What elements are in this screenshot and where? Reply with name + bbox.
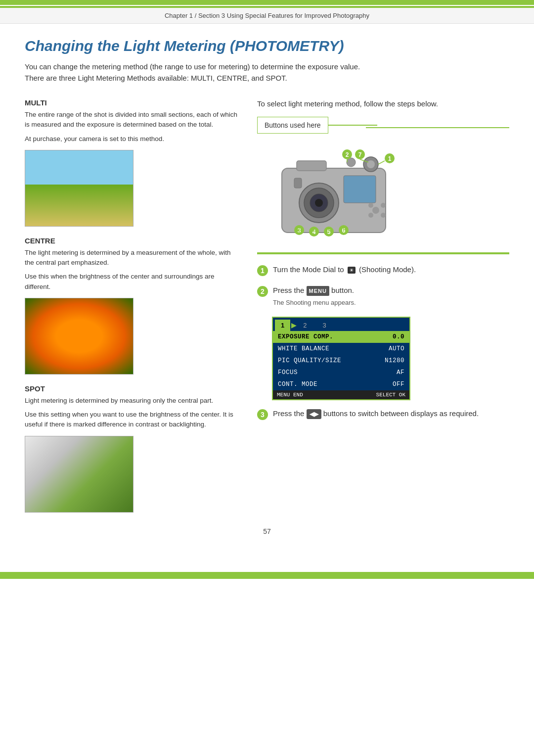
svg-line-32: [378, 161, 385, 164]
bottom-green-bar: [0, 574, 534, 579]
svg-point-13: [367, 160, 375, 168]
buttons-used-container: Buttons used here: [257, 117, 509, 139]
lr-arrow-buttons: ◀▶: [307, 409, 321, 419]
menu-row-pic: PIC QUALITY/SIZE N1280: [273, 355, 409, 367]
step-3: 3 Press the ◀▶ buttons to switch between…: [257, 408, 509, 420]
multi-photo: [25, 150, 134, 227]
left-column: MULTI The entire range of the shot is di…: [25, 98, 237, 522]
menu-tab-arrow: ▶: [290, 320, 297, 331]
menu-rows: EXPOSURE COMP. 0.0 WHITE BALANCE AUTO PI…: [273, 331, 409, 390]
step-2-number: 2: [257, 286, 268, 297]
two-column-layout: MULTI The entire range of the shot is di…: [25, 98, 509, 522]
menu-tab-spacer: [312, 320, 316, 331]
centre-text1: The light metering is determined by a me…: [25, 248, 237, 268]
shooting-mode-icon: ☀: [348, 267, 356, 274]
menu-row-cont: CONT. MODE OFF: [273, 378, 409, 390]
landscape-image: [25, 150, 133, 226]
multi-text1: The entire range of the shot is divided …: [25, 110, 237, 130]
breadcrumb: Chapter 1 / Section 3 Using Special Feat…: [0, 8, 534, 24]
multi-text2: At purchase, your camera is set to this …: [25, 134, 237, 144]
svg-point-7: [372, 207, 379, 214]
spot-title: SPOT: [25, 384, 237, 393]
main-content: Changing the Light Metering (PHOTOMETRY)…: [0, 24, 534, 570]
svg-rect-1: [297, 161, 326, 171]
svg-point-5: [315, 199, 323, 207]
green-line: [366, 127, 509, 128]
step-2-text: Press the MENU button. The Shooting menu…: [273, 285, 356, 308]
menu-row-value-wb: AUTO: [389, 345, 404, 352]
camera-diagram: 2 7 1 3 4 5: [267, 143, 405, 242]
menu-row-exposure: EXPOSURE COMP. 0.0: [273, 331, 409, 343]
buttons-used-box: Buttons used here: [257, 117, 328, 134]
steps-intro: To select light metering method, follow …: [257, 98, 509, 110]
svg-point-8: [381, 203, 386, 208]
step-3-text: Press the ◀▶ buttons to switch between d…: [273, 408, 479, 420]
svg-point-10: [368, 203, 373, 208]
buttons-used-label: Buttons used here: [265, 121, 321, 129]
menu-row-value-pic: N1280: [385, 357, 404, 364]
multi-title: MULTI: [25, 98, 237, 107]
spot-text2: Use this setting when you want to use th…: [25, 410, 237, 430]
step-1-text: Turn the Mode Dial to ☀ (Shooting Mode).: [273, 264, 416, 276]
step-3-number: 3: [257, 409, 268, 420]
centre-photo: [25, 298, 134, 375]
spot-section: SPOT Light metering is determined by mea…: [25, 384, 237, 513]
svg-point-9: [381, 213, 386, 218]
menu-row-focus: FOCUS AF: [273, 367, 409, 378]
step-1-number: 1: [257, 265, 268, 276]
menu-tabs: 1 ▶ 2 3: [273, 318, 409, 331]
top-green-bar: [0, 0, 534, 5]
camera-svg: 2 7 1 3 4 5: [267, 143, 405, 242]
page-title: Changing the Light Metering (PHOTOMETRY): [25, 38, 509, 54]
menu-tab-1[interactable]: 1: [275, 320, 290, 331]
menu-row-value-exposure: 0.0: [393, 333, 404, 340]
multi-section: MULTI The entire range of the shot is di…: [25, 98, 237, 227]
flower-image: [25, 298, 133, 374]
spot-photo: [25, 436, 134, 513]
menu-footer-right: SELECT OK: [376, 392, 405, 398]
step-2-sub: The Shooting menu appears.: [273, 298, 356, 308]
camera-menu-screenshot: 1 ▶ 2 3 EXPOSURE COMP. 0.0 WHITE BALANCE…: [272, 317, 410, 400]
menu-row-label-focus: FOCUS: [278, 369, 298, 376]
centre-section: CENTRE The light metering is determined …: [25, 236, 237, 375]
menu-row-value-cont: OFF: [393, 381, 404, 388]
menu-footer: MENU END SELECT OK: [273, 390, 409, 399]
svg-rect-15: [294, 178, 302, 188]
svg-rect-6: [344, 176, 376, 203]
step-2: 2 Press the MENU button. The Shooting me…: [257, 285, 509, 308]
menu-row-label-cont: CONT. MODE: [278, 381, 317, 388]
svg-text:1: 1: [388, 155, 392, 162]
menu-row-wb: WHITE BALANCE AUTO: [273, 343, 409, 355]
menu-footer-left: MENU END: [277, 392, 303, 398]
menu-row-label-exposure: EXPOSURE COMP.: [278, 333, 333, 340]
menu-row-label-pic: PIC QUALITY/SIZE: [278, 357, 341, 364]
menu-button-label: MENU: [307, 286, 329, 296]
menu-row-label-wb: WHITE BALANCE: [278, 345, 329, 352]
step-1: 1 Turn the Mode Dial to ☀ (Shooting Mode…: [257, 264, 509, 276]
svg-text:7: 7: [358, 151, 362, 158]
menu-row-value-focus: AF: [397, 369, 404, 376]
menu-tab-3[interactable]: 3: [316, 320, 332, 331]
green-divider: [257, 252, 509, 254]
svg-text:2: 2: [346, 151, 349, 158]
menu-tab-2[interactable]: 2: [297, 320, 312, 331]
centre-title: CENTRE: [25, 236, 237, 245]
page-number: 57: [25, 522, 509, 540]
intro-text: You can change the metering method (the …: [25, 61, 371, 84]
spot-text1: Light metering is determined by measurin…: [25, 396, 237, 406]
centre-text2: Use this when the brightness of the cent…: [25, 272, 237, 292]
plant-image: [25, 436, 133, 512]
right-column: To select light metering method, follow …: [257, 98, 509, 522]
svg-point-11: [368, 213, 373, 218]
